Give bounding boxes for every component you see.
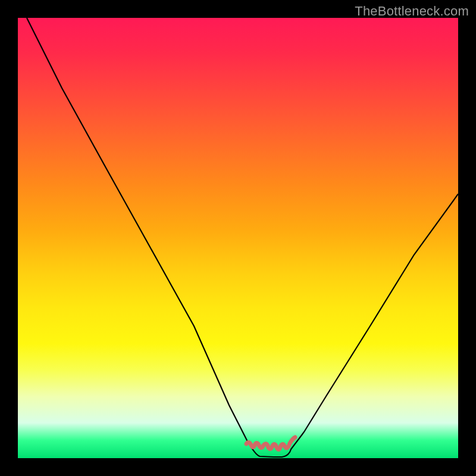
watermark-text: TheBottleneck.com <box>355 4 469 19</box>
plot-area <box>18 18 458 458</box>
bottleneck-curve <box>27 18 458 457</box>
green-zone-marker <box>246 437 295 449</box>
chart-frame: TheBottleneck.com <box>0 0 476 476</box>
curve-layer <box>18 18 458 458</box>
